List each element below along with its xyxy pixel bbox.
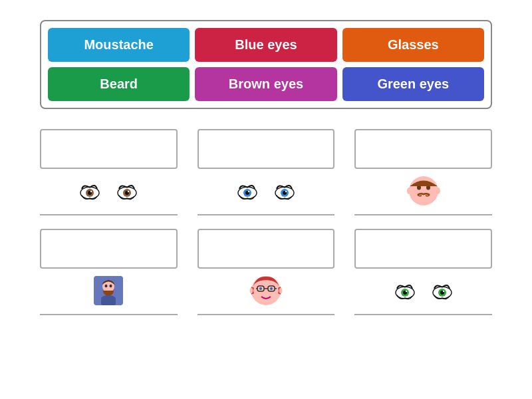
- svg-point-27: [251, 276, 281, 305]
- drop-cell-4: [40, 229, 178, 315]
- image-green-eyes: [387, 274, 460, 307]
- drop-cell-2: [198, 129, 335, 215]
- btn-beard[interactable]: Beard: [48, 67, 190, 101]
- svg-point-33: [259, 287, 262, 290]
- drop-box-2[interactable]: [198, 129, 335, 169]
- image-blue-eyes: [229, 174, 303, 207]
- drop-line-6: [354, 314, 492, 315]
- drop-box-4[interactable]: [40, 229, 178, 269]
- drop-cell-5: [198, 229, 335, 315]
- drop-line-2: [198, 214, 335, 215]
- svg-point-36: [279, 288, 282, 293]
- svg-point-23: [105, 285, 108, 287]
- drop-box-5[interactable]: [198, 229, 335, 269]
- btn-brown-eyes[interactable]: Brown eyes: [195, 67, 336, 101]
- btn-blue-eyes[interactable]: Blue eyes: [195, 28, 336, 62]
- svg-point-20: [436, 188, 440, 194]
- svg-point-34: [270, 287, 273, 290]
- main-container: Moustache Blue eyes Glasses Beard Brown …: [0, 0, 532, 342]
- drop-box-1[interactable]: [40, 129, 178, 169]
- svg-point-11: [248, 191, 249, 192]
- btn-glasses[interactable]: Glasses: [342, 28, 484, 62]
- drop-line-5: [198, 314, 335, 315]
- svg-point-3: [90, 191, 92, 192]
- svg-point-15: [285, 191, 287, 192]
- svg-point-24: [110, 285, 112, 287]
- drop-box-3[interactable]: [354, 129, 492, 169]
- drop-grid: [40, 129, 492, 315]
- image-moustache-man: [407, 174, 440, 207]
- svg-point-40: [405, 291, 406, 292]
- svg-point-44: [442, 291, 444, 292]
- btn-green-eyes[interactable]: Green eyes: [342, 67, 484, 101]
- drop-cell-6: [354, 229, 492, 315]
- drop-cell-1: [40, 129, 178, 215]
- drop-line-1: [40, 214, 178, 215]
- image-brown-eyes: [72, 174, 145, 207]
- svg-point-26: [101, 295, 116, 302]
- svg-point-35: [249, 288, 253, 293]
- image-glasses-girl: [249, 274, 283, 307]
- drop-cell-3: [354, 129, 492, 215]
- btn-moustache[interactable]: Moustache: [48, 28, 190, 62]
- drop-line-3: [354, 214, 492, 215]
- image-beard-man: [94, 274, 123, 307]
- svg-point-7: [128, 191, 129, 192]
- word-bank: Moustache Blue eyes Glasses Beard Brown …: [40, 20, 492, 109]
- svg-point-19: [407, 188, 411, 194]
- drop-line-4: [40, 314, 178, 315]
- drop-box-6[interactable]: [354, 229, 492, 269]
